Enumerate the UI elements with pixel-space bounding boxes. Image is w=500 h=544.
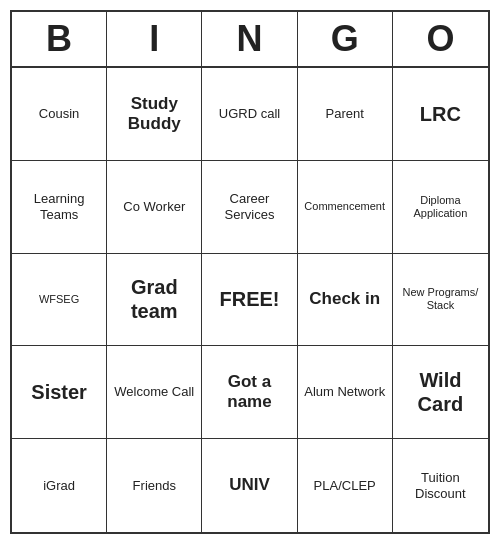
bingo-grid: CousinStudy BuddyUGRD callParentLRCLearn… <box>12 68 488 532</box>
bingo-cell[interactable]: Co Worker <box>107 161 202 254</box>
header-letter: B <box>12 12 107 66</box>
header-letter: I <box>107 12 202 66</box>
bingo-cell[interactable]: Welcome Call <box>107 346 202 439</box>
bingo-card: BINGO CousinStudy BuddyUGRD callParentLR… <box>10 10 490 534</box>
bingo-cell[interactable]: Alum Network <box>298 346 393 439</box>
bingo-cell[interactable]: PLA/CLEP <box>298 439 393 532</box>
bingo-cell[interactable]: Friends <box>107 439 202 532</box>
bingo-cell[interactable]: Study Buddy <box>107 68 202 161</box>
bingo-header: BINGO <box>12 12 488 68</box>
bingo-cell[interactable]: Tuition Discount <box>393 439 488 532</box>
bingo-cell[interactable]: Got a name <box>202 346 297 439</box>
header-letter: G <box>298 12 393 66</box>
bingo-cell[interactable]: Sister <box>12 346 107 439</box>
bingo-cell[interactable]: LRC <box>393 68 488 161</box>
header-letter: O <box>393 12 488 66</box>
bingo-cell[interactable]: Career Services <box>202 161 297 254</box>
bingo-cell[interactable]: UGRD call <box>202 68 297 161</box>
bingo-cell[interactable]: WFSEG <box>12 254 107 347</box>
bingo-cell[interactable]: New Programs/ Stack <box>393 254 488 347</box>
header-letter: N <box>202 12 297 66</box>
bingo-cell[interactable]: Parent <box>298 68 393 161</box>
bingo-cell[interactable]: UNIV <box>202 439 297 532</box>
bingo-cell[interactable]: Learning Teams <box>12 161 107 254</box>
bingo-cell[interactable]: Check in <box>298 254 393 347</box>
bingo-cell[interactable]: Wild Card <box>393 346 488 439</box>
bingo-cell[interactable]: Cousin <box>12 68 107 161</box>
bingo-cell[interactable]: Grad team <box>107 254 202 347</box>
bingo-cell[interactable]: Diploma Application <box>393 161 488 254</box>
bingo-cell[interactable]: Commencement <box>298 161 393 254</box>
bingo-cell[interactable]: iGrad <box>12 439 107 532</box>
bingo-cell[interactable]: FREE! <box>202 254 297 347</box>
